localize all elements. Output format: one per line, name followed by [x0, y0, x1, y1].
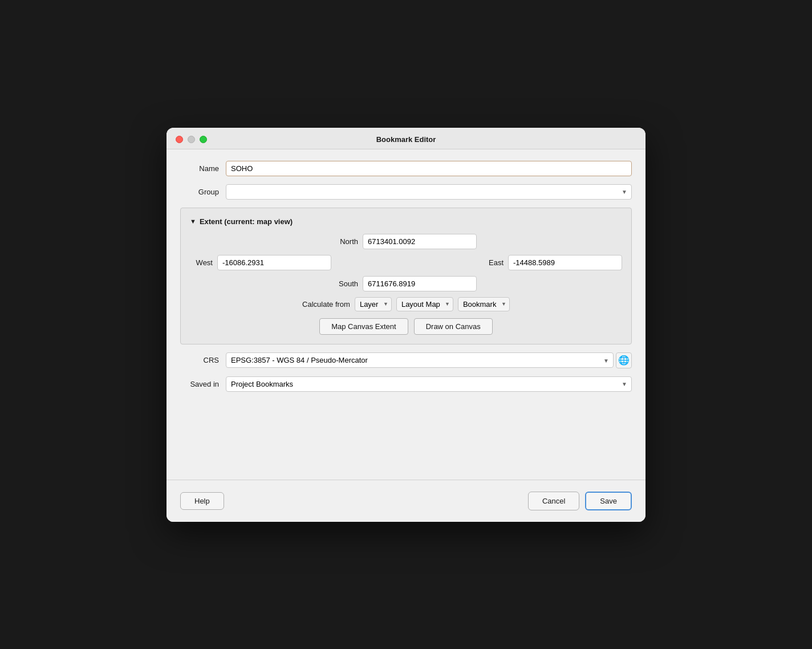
- collapse-arrow-icon[interactable]: ▼: [190, 218, 196, 225]
- bookmark-select[interactable]: Bookmark: [458, 297, 510, 311]
- footer: Help Cancel Save: [167, 480, 645, 522]
- group-select-wrapper: ▼: [226, 184, 632, 200]
- west-label: West: [190, 258, 213, 267]
- maximize-button[interactable]: [200, 136, 207, 143]
- north-label: North: [335, 237, 358, 246]
- west-east-row: West East: [190, 255, 622, 270]
- group-label: Group: [180, 188, 226, 196]
- layer-select[interactable]: Layer: [355, 297, 392, 311]
- saved-in-select[interactable]: Project Bookmarks: [226, 376, 632, 392]
- crs-select[interactable]: EPSG:3857 - WGS 84 / Pseudo-Mercator: [226, 352, 614, 368]
- north-input[interactable]: [363, 234, 477, 249]
- layout-map-select-wrapper: Layout Map ▼: [396, 297, 453, 311]
- east-label: East: [481, 258, 504, 267]
- crs-select-wrapper: EPSG:3857 - WGS 84 / Pseudo-Mercator ▼: [226, 352, 614, 368]
- bookmark-editor-window: Bookmark Editor Name Group ▼ ▼ Extent (c…: [167, 128, 645, 522]
- footer-right-buttons: Cancel Save: [528, 492, 632, 510]
- canvas-buttons: Map Canvas Extent Draw on Canvas: [190, 318, 622, 335]
- west-input[interactable]: [217, 255, 331, 270]
- east-input[interactable]: [508, 255, 622, 270]
- spacer: [180, 400, 632, 468]
- titlebar: Bookmark Editor: [167, 128, 645, 149]
- south-input[interactable]: [363, 276, 477, 291]
- layout-map-select[interactable]: Layout Map: [396, 297, 453, 311]
- east-side: East: [481, 255, 622, 270]
- cancel-button[interactable]: Cancel: [528, 492, 579, 510]
- traffic-lights: [176, 136, 207, 143]
- name-row: Name: [180, 161, 632, 176]
- layer-select-wrapper: Layer ▼: [355, 297, 392, 311]
- main-content: Name Group ▼ ▼ Extent (current: map view…: [167, 149, 645, 480]
- saved-in-select-wrapper: Project Bookmarks ▼: [226, 376, 632, 392]
- map-canvas-extent-button[interactable]: Map Canvas Extent: [319, 318, 408, 335]
- calculate-from-label: Calculate from: [302, 300, 350, 309]
- crs-globe-button[interactable]: 🌐: [616, 352, 632, 368]
- saved-in-row: Saved in Project Bookmarks ▼: [180, 376, 632, 392]
- name-input[interactable]: [226, 161, 632, 176]
- draw-on-canvas-button[interactable]: Draw on Canvas: [414, 318, 493, 335]
- bookmark-select-wrapper: Bookmark ▼: [458, 297, 510, 311]
- calculate-from-row: Calculate from Layer ▼ Layout Map ▼ Book…: [190, 297, 622, 311]
- crs-row: CRS EPSG:3857 - WGS 84 / Pseudo-Mercator…: [180, 352, 632, 368]
- crs-label: CRS: [180, 356, 226, 364]
- help-button[interactable]: Help: [180, 492, 224, 510]
- extent-header: ▼ Extent (current: map view): [190, 217, 622, 226]
- name-label: Name: [180, 164, 226, 173]
- window-title: Bookmark Editor: [376, 135, 436, 144]
- saved-in-label: Saved in: [180, 380, 226, 388]
- group-select[interactable]: [226, 184, 632, 200]
- south-row: South: [190, 276, 622, 291]
- close-button[interactable]: [176, 136, 183, 143]
- extent-header-label: Extent (current: map view): [200, 217, 293, 226]
- west-side: West: [190, 255, 331, 270]
- north-row: North: [190, 234, 622, 249]
- minimize-button[interactable]: [188, 136, 195, 143]
- extent-section: ▼ Extent (current: map view) North West …: [180, 208, 632, 344]
- south-label: South: [335, 279, 358, 288]
- save-button[interactable]: Save: [585, 492, 632, 510]
- group-row: Group ▼: [180, 184, 632, 200]
